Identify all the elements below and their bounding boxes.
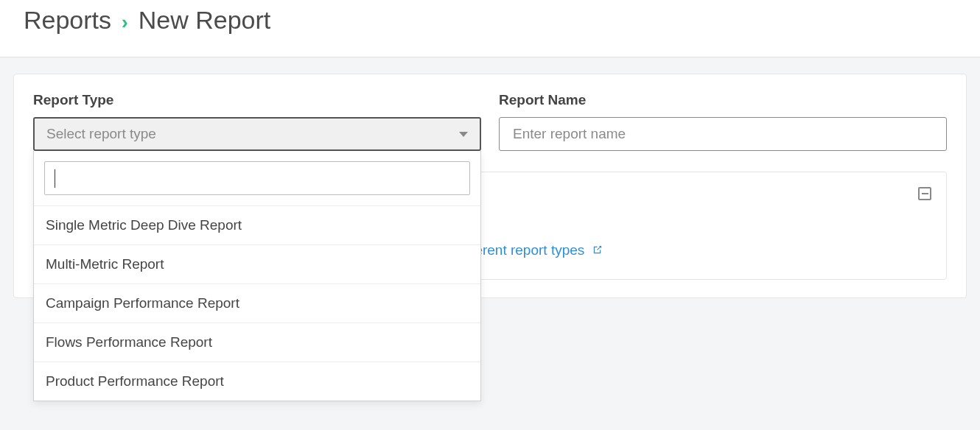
report-type-field: Report Type Select report type Single Me… — [33, 92, 481, 151]
report-type-select[interactable]: Select report type — [33, 117, 481, 151]
breadcrumb-current: New Report — [139, 6, 271, 35]
page-body: Report Type Select report type Single Me… — [0, 57, 980, 430]
dropdown-option[interactable]: Product Performance Report — [34, 362, 480, 401]
form-row: Report Type Select report type Single Me… — [33, 92, 947, 151]
dropdown-option[interactable]: Single Metric Deep Dive Report — [34, 205, 480, 244]
page-header: Reports › New Report — [0, 0, 980, 57]
chevron-right-icon: › — [122, 13, 128, 32]
external-link-icon — [592, 244, 603, 255]
dropdown-option[interactable]: Flows Performance Report — [34, 322, 480, 362]
report-type-label: Report Type — [33, 92, 481, 108]
dropdown-option[interactable]: Multi-Metric Report — [34, 244, 480, 283]
collapse-icon[interactable] — [918, 187, 931, 200]
breadcrumb-root[interactable]: Reports — [24, 6, 111, 35]
report-name-field: Report Name — [499, 92, 947, 151]
text-cursor-icon — [55, 169, 55, 188]
caret-down-icon — [459, 132, 468, 137]
report-name-label: Report Name — [499, 92, 947, 108]
report-name-input[interactable] — [499, 117, 947, 151]
report-type-dropdown: Single Metric Deep Dive Report Multi-Met… — [33, 151, 481, 401]
dropdown-search-input[interactable] — [44, 161, 470, 195]
dropdown-search-wrap — [34, 151, 480, 205]
breadcrumb: Reports › New Report — [24, 6, 956, 35]
report-type-placeholder: Select report type — [46, 126, 156, 142]
report-config-card: Report Type Select report type Single Me… — [13, 74, 967, 298]
dropdown-option[interactable]: Campaign Performance Report — [34, 283, 480, 322]
